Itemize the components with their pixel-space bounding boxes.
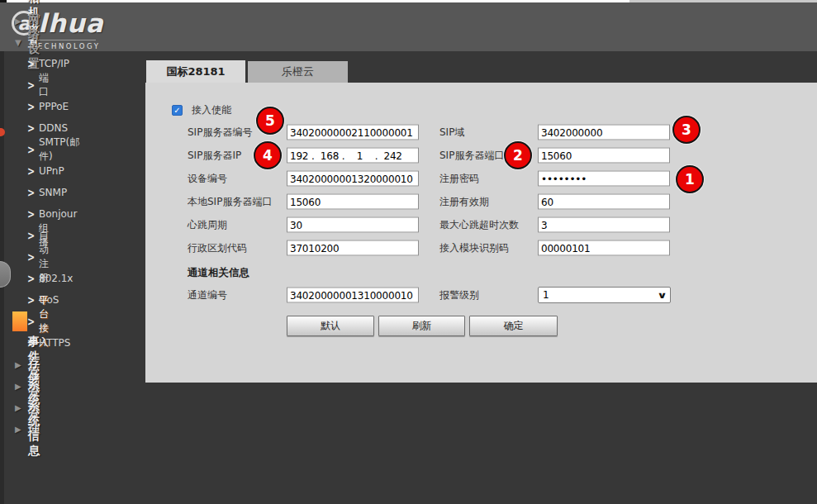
text-input-left[interactable]	[287, 240, 419, 256]
annotation-number: 1	[685, 171, 695, 188]
annotation-number: 2	[513, 147, 523, 164]
sidebar-item-label: 系统信息	[28, 399, 40, 459]
channel-row: 通道编号 报警级别	[0, 283, 817, 307]
logo-technology-text: TECHNOLOGY	[31, 40, 96, 50]
annotation-number: 5	[265, 112, 275, 129]
chevron-right-icon: >	[27, 57, 39, 70]
channel-section-header: 通道相关信息	[188, 266, 249, 280]
sidebar-item[interactable]: ▶ 存储管理	[0, 375, 15, 397]
field-label-right: 注册有效期	[439, 195, 489, 209]
annotation-circle: 1	[676, 165, 704, 193]
sidebar-item[interactable]: ▶ 系统信息	[0, 418, 15, 440]
header-bar: a lhua TECHNOLOGY	[0, 2, 817, 51]
field-label-left: 本地SIP服务器端口	[188, 195, 272, 209]
alarm-level-value: 1	[543, 289, 549, 301]
tab-label: 乐橙云	[282, 64, 314, 79]
triangle-right-icon: ▶	[15, 382, 28, 391]
chevron-right-icon: >	[27, 78, 39, 92]
field-label-right: 最大心跳超时次数	[439, 218, 519, 232]
sidebar-item[interactable]: > 平台接入	[12, 311, 27, 331]
text-input-left[interactable]	[287, 171, 419, 187]
alarm-level-select[interactable]: 1 ∨	[538, 287, 671, 303]
confirm-button[interactable]: 确定	[469, 316, 558, 336]
chevron-right-icon: >	[27, 315, 39, 328]
form-row: SIP服务器IP SIP服务器端口	[0, 144, 817, 167]
app-window: a lhua TECHNOLOGY ▶ 相机设置 ▼ 网络设置 > TCP/IP…	[0, 0, 817, 504]
field-label-left: 行政区划代码	[188, 241, 247, 255]
annotation-number: 3	[682, 121, 691, 138]
text-input-right[interactable]	[538, 171, 670, 187]
triangle-right-icon: ▶	[15, 403, 28, 412]
sidebar-item[interactable]: > 端口	[0, 74, 27, 96]
triangle-right-icon: ▶	[15, 360, 28, 369]
form-row: 本地SIP服务器端口 注册有效期	[0, 190, 817, 213]
field-label-left: 设备编号	[188, 172, 227, 186]
sidebar-item-label: 端口	[39, 71, 49, 99]
tab-label: 国标28181	[166, 64, 225, 79]
default-button[interactable]: 默认	[287, 316, 374, 336]
text-input-left[interactable]	[287, 194, 419, 210]
text-input-left[interactable]	[287, 125, 419, 140]
access-enable-checkbox[interactable]: ✓	[172, 105, 183, 116]
field-label-right: 注册密码	[439, 172, 479, 186]
sidebar-item[interactable]: > PPPoE	[0, 96, 27, 117]
field-label-right: SIP服务器端口	[439, 149, 504, 163]
annotation-circle: 5	[256, 107, 284, 135]
text-input-left[interactable]	[287, 217, 419, 233]
text-input-right[interactable]	[538, 125, 670, 140]
access-enable-row: ✓ 接入使能	[172, 100, 231, 120]
sidebar-item[interactable]: > TCP/IP	[0, 53, 27, 74]
tab-gb28181[interactable]: 国标28181	[146, 60, 245, 83]
tab-lechange[interactable]: 乐橙云	[248, 61, 348, 83]
field-label-left: 心跳周期	[188, 218, 227, 232]
annotation-number: 4	[263, 147, 273, 164]
field-label-right: SIP域	[439, 126, 464, 140]
sidebar-item[interactable]: ▶ 相机设置	[0, 10, 15, 31]
sidebar-item[interactable]: > HTTPS	[0, 332, 27, 354]
sidebar-item-label: HTTPS	[39, 337, 70, 349]
refresh-button[interactable]: 刷新	[378, 316, 465, 336]
annotation-circle: 4	[254, 141, 282, 169]
sidebar-item[interactable]: ▶ 事件管理	[0, 354, 15, 375]
field-label-right: 接入模块识别码	[439, 241, 509, 255]
logo-wordmark: lhua	[38, 8, 104, 38]
triangle-right-icon: ▶	[15, 425, 28, 434]
channel-id-input[interactable]	[287, 288, 419, 303]
sidebar-item-label: PPPoE	[39, 101, 69, 112]
sidebar-item[interactable]: ▼ 网络设置	[0, 31, 15, 53]
sidebar-item-label: 802.1x	[39, 273, 73, 284]
triangle-right-icon: ▶	[15, 17, 28, 26]
text-input-right[interactable]	[538, 148, 670, 164]
text-input-right[interactable]	[538, 240, 670, 256]
channel-id-label: 通道编号	[188, 288, 227, 302]
field-label-left: SIP服务器编号	[188, 126, 252, 140]
text-input-right[interactable]	[538, 194, 670, 210]
sidebar-item-label: TCP/IP	[39, 58, 69, 69]
triangle-down-icon: ▼	[15, 38, 28, 47]
text-input-left[interactable]	[287, 148, 419, 164]
form-row: 行政区划代码 接入模块识别码	[0, 236, 817, 259]
chevron-down-icon: ∨	[657, 290, 667, 301]
chevron-right-icon: >	[27, 100, 39, 113]
access-enable-label: 接入使能	[192, 103, 231, 117]
text-input-right[interactable]	[538, 217, 670, 233]
annotation-circle: 3	[672, 116, 701, 144]
form-row: 心跳周期 最大心跳超时次数	[0, 213, 817, 236]
sidebar-item[interactable]: ▶ 系统管理	[0, 397, 15, 418]
chevron-right-icon: >	[27, 336, 39, 349]
alarm-level-label: 报警级别	[439, 288, 479, 302]
annotation-circle: 2	[504, 141, 532, 169]
field-label-left: SIP服务器IP	[188, 149, 241, 163]
